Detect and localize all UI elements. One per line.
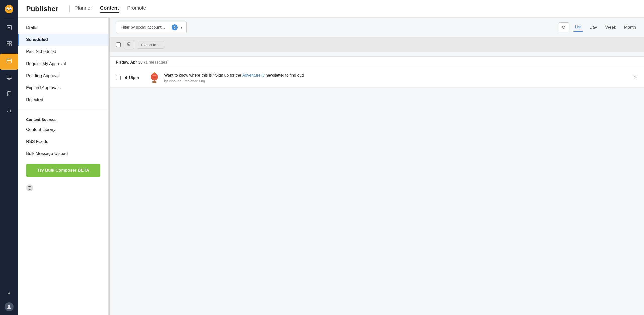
date-text: Friday, Apr 30: [116, 60, 143, 64]
content-toolbar: Filter by social account... 0 ▾ ↺ List D…: [110, 18, 644, 37]
compose-icon: [6, 25, 12, 32]
nav-item-compose[interactable]: [0, 20, 18, 36]
image-icon: [632, 74, 638, 81]
filter-account-button[interactable]: Filter by social account... 0 ▾: [116, 22, 187, 33]
message-by: by Inbound Freelance Org: [164, 79, 628, 83]
sidebar-item-pending-approval[interactable]: Pending Approval: [18, 70, 108, 82]
inbox-icon: [6, 75, 12, 82]
nav-bottom: ▲: [0, 287, 18, 315]
nav-item-calendar[interactable]: [0, 54, 18, 70]
right-content: Filter by social account... 0 ▾ ↺ List D…: [110, 18, 644, 315]
trash-icon: [127, 43, 131, 47]
view-week-button[interactable]: Week: [603, 23, 618, 31]
message-link[interactable]: Adventure.ly: [242, 73, 265, 77]
top-header: Publisher Planner Content Promote: [18, 0, 644, 18]
filter-count-badge: 0: [172, 24, 178, 30]
message-text-before: Want to know where this is? Sign up for …: [164, 73, 242, 77]
sidebar-item-rejected[interactable]: Rejected: [18, 94, 108, 106]
chevron-up-icon: ▲: [7, 291, 11, 295]
svg-rect-14: [7, 59, 11, 63]
view-day-button[interactable]: Day: [587, 23, 599, 31]
analytics-icon: [6, 107, 12, 115]
message-text-after: newsletter to find out!: [265, 73, 304, 77]
sidebar-bottom-item[interactable]: [18, 181, 108, 195]
message-time: 4:15pm: [125, 76, 145, 80]
message-text: Want to know where this is? Sign up for …: [164, 73, 628, 78]
content-sources-label: Content Sources:: [18, 112, 108, 124]
svg-point-0: [5, 5, 13, 13]
refresh-button[interactable]: ↺: [559, 22, 569, 32]
content-layout: Drafts Scheduled Past Scheduled Require …: [18, 18, 644, 315]
message-row: 4:15pm: [110, 68, 644, 88]
svg-point-6: [10, 8, 11, 9]
svg-point-27: [8, 305, 10, 307]
message-content: Want to know where this is? Sign up for …: [164, 73, 628, 83]
nav-divider-top: [4, 19, 14, 19]
sidebar-item-require-approval[interactable]: Require My Approval: [18, 58, 108, 70]
nav-content[interactable]: Content: [100, 5, 119, 13]
filter-chevron-icon: ▾: [181, 25, 182, 29]
delete-button[interactable]: [124, 40, 134, 49]
sidebar-item-drafts[interactable]: Drafts: [18, 22, 108, 34]
app-logo[interactable]: [0, 0, 18, 18]
nav-item-dashboard[interactable]: [0, 36, 18, 52]
header-nav: Planner Content Promote: [75, 5, 146, 13]
content-area: Friday, Apr 30(1 messages) 4:15pm: [110, 52, 644, 315]
svg-line-32: [156, 79, 156, 81]
svg-rect-18: [8, 76, 10, 77]
message-count: (1 messages): [144, 60, 169, 64]
main-area: Publisher Planner Content Promote Drafts…: [18, 0, 644, 315]
nav-item-inbox[interactable]: [0, 71, 18, 87]
sidebar-item-scheduled[interactable]: Scheduled: [18, 34, 108, 46]
view-controls: ↺ List Day Week Month: [559, 22, 638, 32]
message-checkbox[interactable]: [116, 76, 121, 80]
bulk-composer-button[interactable]: Try Bulk Composer BETA: [26, 164, 100, 177]
svg-rect-13: [9, 44, 11, 46]
refresh-icon: ↺: [562, 25, 566, 30]
sidebar-item-expired-approvals[interactable]: Expired Approvals: [18, 82, 108, 94]
sidebar-divider: [18, 109, 108, 109]
view-month-button[interactable]: Month: [622, 23, 638, 31]
svg-rect-10: [7, 41, 9, 43]
select-all-checkbox[interactable]: [116, 42, 121, 47]
svg-rect-33: [152, 81, 156, 83]
avatar-circle: [5, 302, 14, 311]
sidebar-item-past-scheduled[interactable]: Past Scheduled: [18, 46, 108, 58]
nav-promote[interactable]: Promote: [127, 5, 146, 13]
nav-item-analytics[interactable]: [0, 103, 18, 119]
svg-rect-11: [9, 41, 11, 43]
dashboard-icon: [6, 41, 12, 48]
date-header: Friday, Apr 30(1 messages): [110, 57, 644, 68]
user-icon: [6, 304, 12, 310]
filter-placeholder: Filter by social account...: [120, 25, 165, 30]
svg-point-5: [7, 8, 8, 9]
nav-planner[interactable]: Planner: [75, 5, 92, 13]
sidebar-item-content-library[interactable]: Content Library: [18, 124, 108, 136]
export-button[interactable]: Export to...: [137, 41, 164, 49]
date-group: Friday, Apr 30(1 messages) 4:15pm: [110, 56, 644, 88]
list-toolbar: Export to...: [110, 37, 644, 52]
calendar-icon: [6, 58, 12, 65]
nav-item-tasks[interactable]: [0, 87, 18, 103]
owl-icon: [4, 4, 14, 14]
message-social-icon: [149, 72, 160, 83]
header-divider: [69, 5, 70, 12]
svg-line-31: [153, 79, 153, 81]
user-avatar-nav[interactable]: [0, 299, 18, 315]
network-icon: [26, 184, 33, 191]
app-title: Publisher: [26, 5, 58, 13]
svg-rect-12: [7, 44, 9, 46]
svg-point-37: [634, 76, 635, 77]
clipboard-icon: [6, 91, 12, 98]
nav-collapse-button[interactable]: ▲: [0, 287, 18, 299]
nav-bar: ▲: [0, 0, 18, 315]
sidebar: Drafts Scheduled Past Scheduled Require …: [18, 18, 109, 315]
sidebar-item-bulk-upload[interactable]: Bulk Message Upload: [18, 148, 108, 160]
view-list-button[interactable]: List: [573, 23, 583, 32]
sidebar-item-rss-feeds[interactable]: RSS Feeds: [18, 136, 108, 148]
